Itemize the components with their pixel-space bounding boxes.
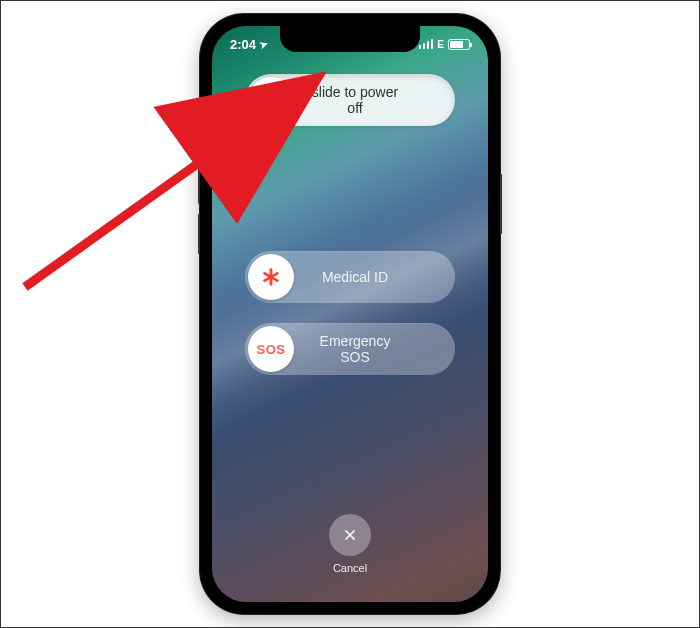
volume-down-button: [198, 214, 200, 254]
power-slider-knob[interactable]: [248, 77, 294, 123]
cancel-label: Cancel: [333, 562, 367, 574]
signal-icon: [419, 39, 434, 49]
medical-slider-knob[interactable]: [248, 254, 294, 300]
volume-up-button: [198, 164, 200, 204]
medical-slider-label: Medical ID: [304, 269, 452, 285]
sos-icon: SOS: [257, 342, 286, 357]
close-icon: [342, 527, 358, 543]
battery-icon: [448, 39, 470, 50]
network-label: E: [437, 39, 444, 50]
status-time: 2:04: [230, 37, 256, 52]
medical-id-slider[interactable]: Medical ID: [245, 251, 455, 303]
mute-switch: [198, 124, 200, 148]
power-icon: [260, 89, 282, 111]
location-icon: ➤: [258, 37, 269, 50]
iphone-frame: 2:04 ➤ E slid: [200, 14, 500, 614]
cancel-button[interactable]: [329, 514, 371, 556]
sos-slider-knob[interactable]: SOS: [248, 326, 294, 372]
notch: [280, 26, 420, 52]
medical-asterisk-icon: [260, 266, 282, 288]
power-off-slider[interactable]: slide to power off: [245, 74, 455, 126]
screen: 2:04 ➤ E slid: [212, 26, 488, 602]
power-slider-label: slide to power off: [304, 84, 452, 116]
side-button: [500, 174, 502, 234]
sos-slider-label: Emergency SOS: [304, 333, 452, 365]
emergency-sos-slider[interactable]: SOS Emergency SOS: [245, 323, 455, 375]
